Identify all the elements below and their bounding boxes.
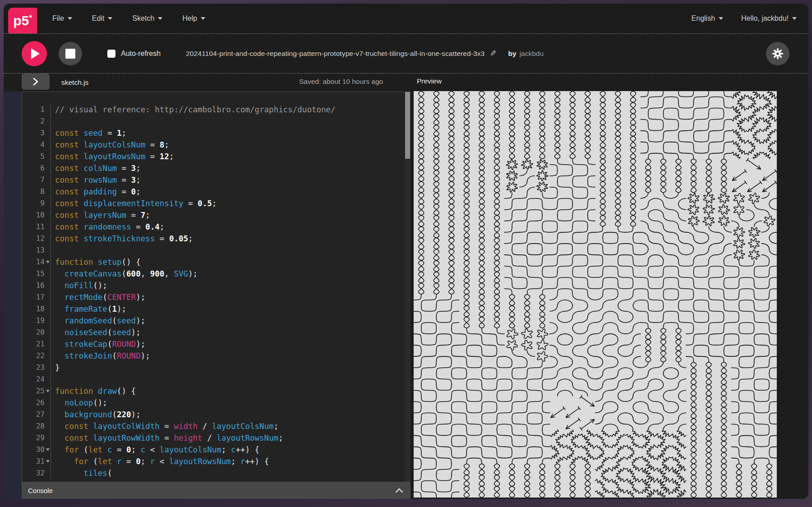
fold-gutter (45, 162, 51, 174)
code-line: 4const layoutColsNum = 8; (22, 139, 405, 151)
code-text: // visual reference: http://cambolbro.co… (51, 104, 405, 115)
play-button[interactable] (22, 41, 47, 66)
code-line: 16 noFill(); (22, 280, 405, 291)
code-line: 15 createCanvas(600, 900, SVG); (22, 268, 405, 280)
console-bar[interactable]: Console (22, 482, 411, 499)
nav-right: English Hello, jackbdu! (692, 14, 808, 23)
code-line: 21 strokeCap(ROUND); (22, 338, 405, 350)
code-text: const layoutColsNum = 8; (51, 139, 405, 151)
code-line: 13 (22, 244, 405, 256)
code-text: tiles( (51, 467, 405, 479)
menu-help[interactable]: Help (182, 14, 205, 23)
code-text: const layoutColWidth = width / layoutCol… (51, 420, 405, 432)
fold-arrow-icon[interactable] (46, 448, 50, 451)
code-line: 7const rowsNum = 3; (22, 174, 405, 186)
code-line: 20 noiseSeed(seed); (22, 327, 405, 338)
fold-gutter (45, 409, 51, 420)
stop-button[interactable] (59, 42, 82, 65)
code-text: function draw() { (51, 385, 405, 397)
expand-files-button[interactable] (22, 74, 50, 90)
code-text: const displacementIntensity = 0.5; (51, 198, 405, 209)
chevron-right-icon (32, 77, 39, 86)
code-text: const colsNum = 3; (51, 162, 405, 174)
code-line: 19 randomSeed(seed); (22, 315, 405, 327)
line-number: 11 (22, 221, 45, 233)
fold-gutter (45, 291, 51, 303)
line-number: 10 (22, 209, 45, 221)
line-number: 25 (22, 385, 45, 397)
code-text (51, 373, 405, 385)
fold-arrow-icon[interactable] (46, 261, 50, 263)
code-text: const layersNum = 7; (51, 209, 405, 221)
fold-gutter (45, 209, 51, 221)
greeting-label: Hello, jackbdu! (741, 14, 789, 23)
code-line: 11const randomness = 0.4; (22, 221, 405, 233)
menu-file[interactable]: File (52, 14, 72, 23)
line-number: 16 (22, 280, 45, 291)
line-number: 30 (22, 444, 45, 456)
fold-gutter (45, 397, 51, 409)
menu-edit[interactable]: Edit (92, 14, 113, 23)
tab-sketch-js[interactable]: sketch.js (61, 78, 88, 87)
code-line: 1// visual reference: http://cambolbro.c… (22, 104, 405, 115)
fold-gutter (45, 115, 51, 127)
console-label: Console (28, 487, 53, 494)
line-number: 31 (22, 456, 45, 467)
menu-sketch[interactable]: Sketch (132, 14, 162, 23)
code-text: const randomness = 0.4; (51, 221, 405, 233)
line-number: 12 (22, 233, 45, 244)
fold-gutter (45, 139, 51, 151)
p5-logo[interactable]: p5* (8, 8, 37, 33)
code-text: noiseSeed(seed); (51, 327, 405, 338)
toolbar: Auto-refresh 20241104-print-and-code-rep… (4, 34, 808, 74)
code-text (51, 115, 405, 127)
code-text: strokeCap(ROUND); (51, 338, 405, 350)
scrollbar-thumb[interactable] (405, 92, 410, 159)
autorefresh-checkbox[interactable] (107, 50, 115, 58)
line-number: 14 (22, 256, 45, 268)
sketch-title[interactable]: 20241104-print-and-code-repeating-patter… (186, 50, 484, 58)
line-number: 23 (22, 362, 45, 373)
settings-button[interactable] (766, 42, 789, 65)
code-text: noFill(); (51, 280, 405, 291)
chevron-down-icon (158, 17, 162, 20)
line-number: 8 (22, 186, 45, 198)
line-number: 19 (22, 315, 45, 327)
line-number: 7 (22, 174, 45, 186)
fold-arrow-icon[interactable] (46, 390, 50, 392)
editor-scrollbar (405, 92, 411, 482)
fold-gutter (45, 420, 51, 432)
fold-gutter (45, 268, 51, 280)
fold-gutter (45, 244, 51, 256)
line-number: 4 (22, 139, 45, 151)
line-number: 24 (22, 373, 45, 385)
pane-divider[interactable] (411, 92, 414, 499)
fold-gutter (45, 233, 51, 244)
line-number: 17 (22, 291, 45, 303)
code-text: noLoop(); (51, 397, 405, 409)
edit-pencil-icon[interactable]: ✎ (490, 49, 496, 58)
chevron-up-icon[interactable] (395, 488, 403, 493)
line-number: 27 (22, 409, 45, 420)
language-label: English (692, 14, 715, 23)
preview-pane (414, 92, 808, 499)
code-editor[interactable]: 1// visual reference: http://cambolbro.c… (22, 92, 405, 482)
code-text: for (let r = 0; r < layoutRowsNum; r++) … (51, 456, 405, 467)
language-dropdown[interactable]: English (692, 14, 723, 23)
stop-icon (65, 49, 75, 59)
code-line: 23} (22, 362, 405, 373)
fold-gutter (45, 221, 51, 233)
fold-arrow-icon[interactable] (46, 460, 50, 463)
by-label: by (508, 50, 517, 58)
author-link[interactable]: jackbdu (520, 50, 544, 58)
editor-window: p5* FileEditSketchHelp English Hello, ja… (4, 4, 808, 499)
code-text: createCanvas(600, 900, SVG); (51, 268, 405, 280)
code-text: } (51, 362, 405, 373)
code-text: const layoutRowWidth = height / layoutRo… (51, 432, 405, 444)
code-line: 17 rectMode(CENTER); (22, 291, 405, 303)
code-line: 8const padding = 0; (22, 186, 405, 198)
line-number: 22 (22, 350, 45, 362)
fold-gutter (45, 256, 51, 268)
code-text: const rowsNum = 3; (51, 174, 405, 186)
account-dropdown[interactable]: Hello, jackbdu! (741, 14, 797, 23)
